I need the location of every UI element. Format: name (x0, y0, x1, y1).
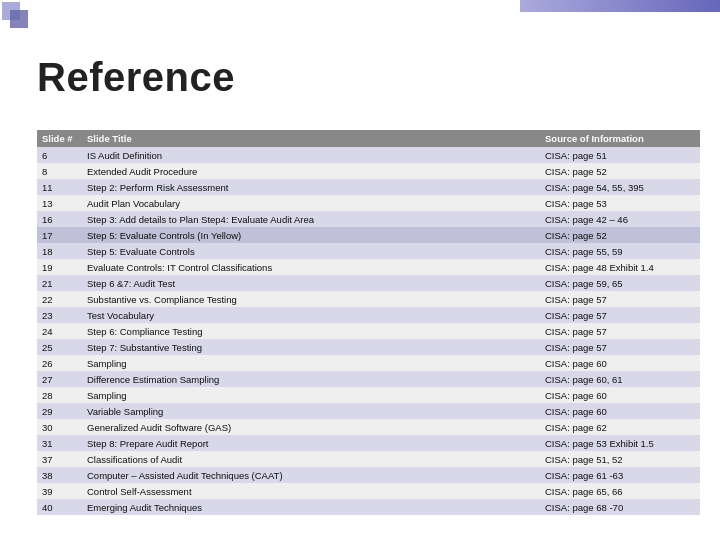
cell-slide-number: 18 (37, 243, 82, 259)
table-row: 21Step 6 &7: Audit TestCISA: page 59, 65 (37, 275, 700, 291)
table-row: 8Extended Audit ProcedureCISA: page 52 (37, 163, 700, 179)
cell-slide-title: Difference Estimation Sampling (82, 371, 540, 387)
cell-source: CISA: page 53 (540, 195, 700, 211)
cell-slide-number: 21 (37, 275, 82, 291)
cell-slide-title: Step 2: Perform Risk Assessment (82, 179, 540, 195)
cell-slide-title: Sampling (82, 387, 540, 403)
cell-slide-number: 31 (37, 435, 82, 451)
col-header-title: Slide Title (82, 130, 540, 147)
cell-slide-title: Classifications of Audit (82, 451, 540, 467)
cell-source: CISA: page 60 (540, 355, 700, 371)
cell-source: CISA: page 60, 61 (540, 371, 700, 387)
table-row: 39Control Self-AssessmentCISA: page 65, … (37, 483, 700, 499)
table-row: 37Classifications of AuditCISA: page 51,… (37, 451, 700, 467)
col-header-slide: Slide # (37, 130, 82, 147)
table-row: 26SamplingCISA: page 60 (37, 355, 700, 371)
cell-slide-title: Step 3: Add details to Plan Step4: Evalu… (82, 211, 540, 227)
cell-source: CISA: page 65, 66 (540, 483, 700, 499)
table-row: 25Step 7: Substantive TestingCISA: page … (37, 339, 700, 355)
cell-slide-number: 27 (37, 371, 82, 387)
cell-slide-title: Computer – Assisted Audit Techniques (CA… (82, 467, 540, 483)
cell-slide-number: 30 (37, 419, 82, 435)
cell-slide-number: 8 (37, 163, 82, 179)
cell-source: CISA: page 52 (540, 227, 700, 243)
cell-slide-title: Step 6 &7: Audit Test (82, 275, 540, 291)
cell-slide-number: 23 (37, 307, 82, 323)
cell-slide-title: Evaluate Controls: IT Control Classifica… (82, 259, 540, 275)
cell-slide-title: Variable Sampling (82, 403, 540, 419)
cell-source: CISA: page 57 (540, 339, 700, 355)
cell-slide-number: 38 (37, 467, 82, 483)
cell-slide-title: Extended Audit Procedure (82, 163, 540, 179)
cell-source: CISA: page 60 (540, 403, 700, 419)
cell-slide-title: Control Self-Assessment (82, 483, 540, 499)
table-row: 28SamplingCISA: page 60 (37, 387, 700, 403)
table-row: 30Generalized Audit Software (GAS)CISA: … (37, 419, 700, 435)
reference-table: Slide # Slide Title Source of Informatio… (37, 130, 700, 515)
cell-slide-number: 40 (37, 499, 82, 515)
cell-slide-number: 16 (37, 211, 82, 227)
cell-slide-number: 6 (37, 147, 82, 163)
cell-slide-number: 17 (37, 227, 82, 243)
cell-slide-title: Substantive vs. Compliance Testing (82, 291, 540, 307)
page-title: Reference (37, 55, 235, 100)
cell-slide-title: Step 5: Evaluate Controls (In Yellow) (82, 227, 540, 243)
cell-slide-number: 11 (37, 179, 82, 195)
cell-slide-number: 22 (37, 291, 82, 307)
cell-slide-number: 29 (37, 403, 82, 419)
table-row: 17Step 5: Evaluate Controls (In Yellow)C… (37, 227, 700, 243)
col-header-source: Source of Information (540, 130, 700, 147)
cell-source: CISA: page 61 -63 (540, 467, 700, 483)
table-row: 22Substantive vs. Compliance TestingCISA… (37, 291, 700, 307)
cell-slide-title: Step 8: Prepare Audit Report (82, 435, 540, 451)
cell-slide-title: Step 6: Compliance Testing (82, 323, 540, 339)
cell-slide-number: 13 (37, 195, 82, 211)
table-header-row: Slide # Slide Title Source of Informatio… (37, 130, 700, 147)
decorative-top-bar (520, 0, 720, 12)
cell-slide-title: Step 5: Evaluate Controls (82, 243, 540, 259)
table-row: 6IS Audit DefinitionCISA: page 51 (37, 147, 700, 163)
cell-source: CISA: page 42 – 46 (540, 211, 700, 227)
table-row: 27Difference Estimation SamplingCISA: pa… (37, 371, 700, 387)
cell-slide-title: Step 7: Substantive Testing (82, 339, 540, 355)
cell-source: CISA: page 57 (540, 323, 700, 339)
reference-table-container: Slide # Slide Title Source of Informatio… (37, 130, 700, 520)
cell-slide-number: 28 (37, 387, 82, 403)
cell-source: CISA: page 48 Exhibit 1.4 (540, 259, 700, 275)
cell-source: CISA: page 60 (540, 387, 700, 403)
cell-source: CISA: page 51 (540, 147, 700, 163)
cell-slide-number: 39 (37, 483, 82, 499)
cell-source: CISA: page 55, 59 (540, 243, 700, 259)
cell-source: CISA: page 57 (540, 291, 700, 307)
cell-source: CISA: page 53 Exhibit 1.5 (540, 435, 700, 451)
table-row: 29Variable SamplingCISA: page 60 (37, 403, 700, 419)
table-row: 31Step 8: Prepare Audit ReportCISA: page… (37, 435, 700, 451)
cell-source: CISA: page 57 (540, 307, 700, 323)
table-row: 19Evaluate Controls: IT Control Classifi… (37, 259, 700, 275)
cell-slide-number: 37 (37, 451, 82, 467)
table-row: 38Computer – Assisted Audit Techniques (… (37, 467, 700, 483)
table-row: 23Test VocabularyCISA: page 57 (37, 307, 700, 323)
table-row: 40Emerging Audit TechniquesCISA: page 68… (37, 499, 700, 515)
cell-source: CISA: page 59, 65 (540, 275, 700, 291)
cell-slide-number: 25 (37, 339, 82, 355)
cell-slide-title: Generalized Audit Software (GAS) (82, 419, 540, 435)
cell-slide-number: 26 (37, 355, 82, 371)
table-row: 18Step 5: Evaluate ControlsCISA: page 55… (37, 243, 700, 259)
cell-slide-number: 24 (37, 323, 82, 339)
table-row: 16Step 3: Add details to Plan Step4: Eva… (37, 211, 700, 227)
cell-slide-title: Sampling (82, 355, 540, 371)
cell-slide-number: 19 (37, 259, 82, 275)
cell-slide-title: Audit Plan Vocabulary (82, 195, 540, 211)
table-row: 24Step 6: Compliance TestingCISA: page 5… (37, 323, 700, 339)
cell-source: CISA: page 52 (540, 163, 700, 179)
cell-source: CISA: page 54, 55, 395 (540, 179, 700, 195)
cell-source: CISA: page 68 -70 (540, 499, 700, 515)
cell-slide-title: Emerging Audit Techniques (82, 499, 540, 515)
decorative-squares (0, 0, 40, 40)
table-row: 11Step 2: Perform Risk AssessmentCISA: p… (37, 179, 700, 195)
cell-source: CISA: page 62 (540, 419, 700, 435)
table-row: 13Audit Plan VocabularyCISA: page 53 (37, 195, 700, 211)
cell-slide-title: IS Audit Definition (82, 147, 540, 163)
cell-source: CISA: page 51, 52 (540, 451, 700, 467)
